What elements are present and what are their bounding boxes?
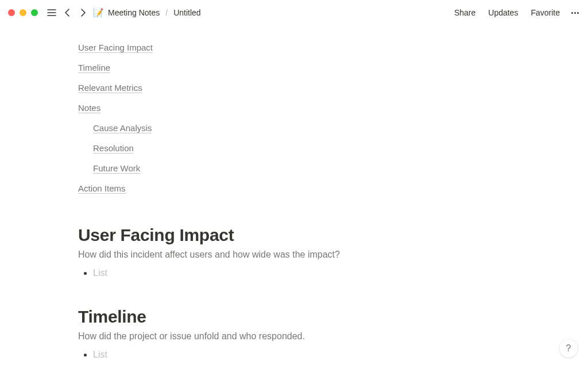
breadcrumb: Meeting Notes / Untitled — [106, 7, 203, 18]
heading-timeline[interactable]: Timeline — [78, 307, 533, 327]
toc-link-action-items[interactable]: Action Items — [78, 180, 126, 197]
breadcrumb-current[interactable]: Untitled — [171, 7, 203, 18]
bullet-list: List — [78, 350, 533, 360]
toc-link-resolution[interactable]: Resolution — [93, 140, 134, 156]
list-placeholder: List — [93, 268, 107, 278]
page-content: User Facing Impact Timeline Relevant Met… — [0, 25, 588, 368]
nav-arrows — [61, 6, 90, 20]
topbar: 📝 Meeting Notes / Untitled Share Updates… — [0, 0, 588, 25]
forward-button[interactable] — [76, 6, 90, 20]
list-item[interactable]: List — [93, 350, 533, 360]
topbar-actions: Share Updates Favorite — [452, 7, 580, 18]
table-of-contents: User Facing Impact Timeline Relevant Met… — [78, 39, 533, 197]
minimize-window-button[interactable] — [20, 9, 26, 16]
section-description[interactable]: How did this incident affect users and h… — [78, 250, 533, 260]
list-item[interactable]: List — [93, 268, 533, 278]
maximize-window-button[interactable] — [31, 9, 38, 16]
page-icon[interactable]: 📝 — [93, 7, 103, 18]
window-controls — [8, 9, 38, 16]
bullet-list: List — [78, 268, 533, 278]
share-button[interactable]: Share — [452, 7, 478, 18]
toc-link-cause-analysis[interactable]: Cause Analysis — [93, 120, 152, 136]
list-placeholder: List — [93, 350, 107, 359]
more-options-icon[interactable] — [570, 12, 580, 14]
toc-link-user-facing-impact[interactable]: User Facing Impact — [78, 39, 153, 56]
close-window-button[interactable] — [8, 9, 15, 16]
breadcrumb-separator: / — [165, 8, 168, 17]
toc-link-relevant-metrics[interactable]: Relevant Metrics — [78, 79, 142, 96]
help-button[interactable]: ? — [559, 339, 578, 358]
breadcrumb-parent[interactable]: Meeting Notes — [106, 7, 162, 18]
favorite-button[interactable]: Favorite — [528, 7, 562, 18]
heading-user-facing-impact[interactable]: User Facing Impact — [78, 225, 533, 245]
toc-link-future-work[interactable]: Future Work — [93, 160, 140, 177]
updates-button[interactable]: Updates — [486, 7, 520, 18]
toc-link-timeline[interactable]: Timeline — [78, 59, 110, 76]
toc-link-notes[interactable]: Notes — [78, 99, 100, 116]
back-button[interactable] — [61, 6, 75, 20]
section-description[interactable]: How did the project or issue unfold and … — [78, 331, 533, 342]
hamburger-menu-icon[interactable] — [45, 6, 59, 20]
